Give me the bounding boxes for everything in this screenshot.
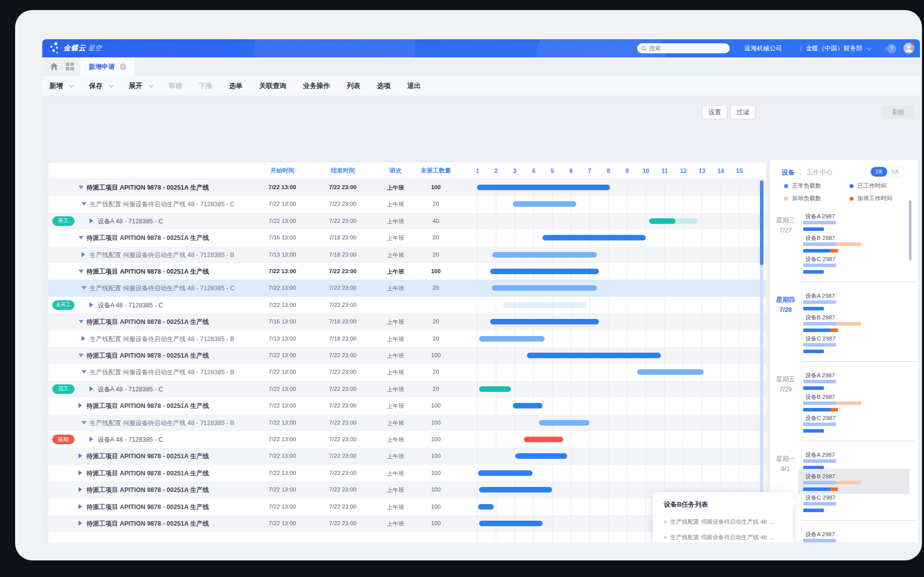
device-work-bar[interactable] bbox=[803, 227, 824, 231]
expand-arrow-icon[interactable] bbox=[79, 521, 82, 526]
device-work-bar[interactable] bbox=[803, 487, 838, 491]
task-name[interactable]: 待派工项目 APITION 9878 - 00251A 生产线 bbox=[87, 184, 209, 192]
expand-arrow-icon[interactable] bbox=[79, 487, 82, 492]
collapse-arrow-icon[interactable] bbox=[82, 202, 87, 206]
task-name[interactable]: 设备A 48 - 7128385 - C bbox=[98, 301, 163, 310]
device-name[interactable]: 设备A 2987 bbox=[805, 292, 835, 300]
device-work-bar[interactable] bbox=[803, 328, 838, 332]
gantt-bar[interactable] bbox=[527, 353, 661, 358]
vertical-scrollbar-thumb[interactable] bbox=[760, 181, 763, 265]
gantt-bar[interactable] bbox=[477, 185, 610, 190]
device-load-bar[interactable] bbox=[803, 343, 836, 347]
toolbar-button-展开[interactable]: 展开 bbox=[129, 81, 152, 91]
task-name[interactable]: 设备A 48 - 7128385 - C bbox=[98, 217, 163, 226]
toolbar-button-新增[interactable]: 新增 bbox=[49, 81, 72, 91]
collapse-arrow-icon[interactable] bbox=[79, 186, 84, 189]
expand-arrow-icon[interactable] bbox=[90, 386, 93, 391]
device-work-bar[interactable] bbox=[803, 270, 824, 274]
gantt-bar[interactable] bbox=[479, 521, 543, 526]
device-work-bar[interactable] bbox=[803, 386, 824, 390]
gantt-bar[interactable] bbox=[543, 235, 646, 240]
expand-arrow-icon[interactable] bbox=[90, 437, 93, 442]
device-name[interactable]: 设备B 2987 bbox=[805, 393, 835, 401]
expand-arrow-icon[interactable] bbox=[82, 252, 85, 257]
task-name[interactable]: 待派工项目 APITION 9878 - 00251A 生产线 bbox=[87, 469, 209, 478]
help-icon[interactable]: ? bbox=[887, 44, 896, 53]
gantt-bar[interactable] bbox=[479, 336, 545, 342]
collapse-arrow-icon[interactable] bbox=[82, 286, 87, 290]
device-work-bar[interactable] bbox=[803, 429, 824, 433]
app-logo[interactable]: 金蝶云 星空 bbox=[50, 42, 102, 55]
toolbar-button-选单[interactable]: 选单 bbox=[229, 81, 243, 91]
gantt-bar[interactable] bbox=[492, 252, 597, 258]
range-toggle[interactable]: 3天5天 bbox=[870, 167, 904, 177]
settings-button[interactable]: 设置 bbox=[702, 105, 727, 119]
gantt-bar[interactable] bbox=[479, 487, 552, 492]
expand-arrow-icon[interactable] bbox=[79, 403, 82, 408]
collapse-arrow-icon[interactable] bbox=[82, 370, 87, 374]
filter-button[interactable]: 过滤 bbox=[730, 105, 755, 119]
device-work-bar[interactable] bbox=[803, 408, 838, 411]
task-name[interactable]: 生产线配置 伺服设备待启动生产线 48 - 7128385 - B bbox=[90, 419, 235, 428]
device-load-bar[interactable] bbox=[803, 539, 836, 542]
toolbar-button-选项[interactable]: 选项 bbox=[377, 81, 391, 91]
task-name[interactable]: 生产线配置 伺服设备待启动生产线 48 - 7128385 - B bbox=[90, 368, 235, 377]
sidebar-tab-device[interactable]: 设备 bbox=[782, 168, 795, 177]
device-name[interactable]: 设备B 2987 bbox=[805, 234, 835, 242]
device-load-bar[interactable] bbox=[803, 380, 836, 383]
device-load-bar[interactable] bbox=[803, 221, 836, 224]
task-name[interactable]: 待派工项目 APITION 9878 - 00251A 生产线 bbox=[87, 234, 209, 242]
gantt-bar[interactable] bbox=[479, 386, 511, 392]
device-name[interactable]: 设备A 2987 bbox=[805, 213, 835, 220]
device-name[interactable]: 设备A 2987 bbox=[805, 531, 835, 538]
task-name[interactable]: 待派工项目 APITION 9878 - 00251A 生产线 bbox=[87, 520, 209, 528]
gantt-bar[interactable] bbox=[513, 201, 576, 207]
gantt-bar[interactable] bbox=[503, 302, 587, 308]
expand-arrow-icon[interactable] bbox=[82, 336, 85, 341]
collapse-arrow-icon[interactable] bbox=[82, 421, 87, 425]
device-name[interactable]: 设备C 2987 bbox=[805, 256, 835, 263]
task-name[interactable]: 待派工项目 APITION 9878 - 00251A 生产线 bbox=[87, 402, 209, 410]
gantt-bar[interactable] bbox=[478, 504, 494, 510]
gantt-bar[interactable] bbox=[539, 420, 589, 426]
task-name[interactable]: 待派工项目 APITION 9878 - 00251A 生产线 bbox=[87, 452, 209, 461]
device-load-bar[interactable] bbox=[803, 502, 836, 506]
expand-arrow-icon[interactable] bbox=[79, 453, 82, 458]
device-name[interactable]: 设备A 2987 bbox=[805, 372, 835, 379]
collapse-arrow-icon[interactable] bbox=[79, 270, 84, 273]
device-load-bar[interactable] bbox=[803, 300, 836, 304]
task-name[interactable]: 待派工项目 APITION 9878 - 00251A 生产线 bbox=[87, 318, 209, 326]
expand-arrow-icon[interactable] bbox=[79, 504, 82, 509]
home-icon[interactable] bbox=[49, 62, 59, 71]
task-name[interactable]: 生产线配置 伺服设备待启动生产线 48 - 7128385 - C bbox=[90, 200, 235, 209]
device-name[interactable]: 设备C 2987 bbox=[805, 335, 835, 343]
gantt-bar[interactable] bbox=[524, 437, 563, 442]
toolbar-button-关联查询[interactable]: 关联查询 bbox=[259, 81, 286, 91]
device-load-bar[interactable] bbox=[803, 322, 861, 325]
device-work-bar[interactable] bbox=[803, 509, 824, 512]
tab-new-request[interactable]: 新增申请 ✕ bbox=[81, 57, 134, 76]
toolbar-button-业务操作[interactable]: 业务操作 bbox=[303, 81, 330, 91]
gantt-bar[interactable] bbox=[515, 453, 567, 459]
gantt-bar[interactable] bbox=[490, 269, 599, 274]
range-toggle-option[interactable]: 3天 bbox=[871, 167, 887, 177]
device-work-bar[interactable] bbox=[803, 249, 838, 253]
device-load-bar[interactable] bbox=[803, 401, 861, 405]
tab-close-icon[interactable]: ✕ bbox=[120, 63, 126, 70]
device-work-bar[interactable] bbox=[803, 350, 824, 353]
gantt-bar[interactable] bbox=[513, 403, 543, 408]
task-name[interactable]: 生产线配置 伺服设备待启动生产线 48 - 7128385 - B bbox=[90, 335, 235, 344]
device-load-bar[interactable] bbox=[803, 459, 836, 463]
task-name[interactable]: 生产线配置 伺服设备待启动生产线 48 - 7128385 - C bbox=[90, 284, 235, 293]
collapse-arrow-icon[interactable] bbox=[79, 320, 84, 323]
expand-arrow-icon[interactable] bbox=[90, 302, 93, 307]
collapse-arrow-icon[interactable] bbox=[79, 354, 84, 357]
toolbar-button-列表[interactable]: 列表 bbox=[347, 81, 360, 91]
device-name[interactable]: 设备C 2987 bbox=[805, 415, 835, 422]
gantt-bar[interactable] bbox=[492, 285, 597, 291]
range-toggle-option[interactable]: 5天 bbox=[887, 167, 904, 177]
task-name[interactable]: 生产线配置 伺服设备待启动生产线 48 - 7128385 - B bbox=[90, 251, 235, 260]
tooltip-task-item[interactable]: 生产线配置 伺服设备待启动生产线 48 … bbox=[664, 534, 774, 541]
tooltip-task-item[interactable]: 生产线配置 伺服设备待启动生产线 48 … bbox=[664, 518, 774, 526]
device-name[interactable]: 设备A 2987 bbox=[805, 451, 835, 459]
